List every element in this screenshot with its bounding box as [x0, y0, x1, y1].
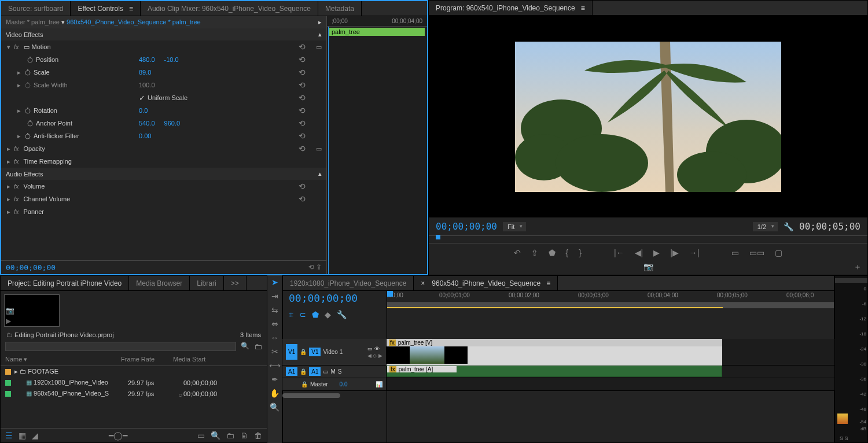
automate-icon[interactable]: ▭	[197, 431, 205, 440]
reset-icon[interactable]: ⟲	[299, 119, 306, 128]
find-icon[interactable]: 🔍	[211, 431, 220, 440]
panner-row[interactable]: ▸fx Panner	[1, 205, 326, 218]
linked-sel-icon[interactable]: ⊂	[299, 310, 306, 320]
reset-icon[interactable]: ⟲	[299, 55, 306, 64]
twirl-icon[interactable]: ▸	[6, 146, 12, 152]
tab-program[interactable]: Program: 960x540_iPhone_Video_Sequence≡	[429, 1, 593, 15]
track-v1[interactable]: V1 🔒 V1 Video 1 ▭ 👁 ◀ ◇ ▶ fxpalm_tree [V…	[282, 339, 834, 366]
ec-clip-bar[interactable]: palm_tree	[329, 28, 425, 36]
goto-out-icon[interactable]: →|	[689, 248, 700, 257]
selection-tool-icon[interactable]: ➤	[271, 278, 278, 287]
playhead-handle[interactable]	[387, 291, 393, 297]
reset-icon[interactable]: ⟲	[299, 93, 306, 102]
work-area-bar[interactable]	[387, 302, 834, 308]
settings-icon[interactable]: ▭	[316, 43, 322, 51]
twirl-icon[interactable]: ▸	[16, 133, 22, 139]
project-row-seq2[interactable]: ▦ 960x540_iPhone_Video_S 29.97 fps00;00;…	[1, 388, 267, 399]
reset-icon[interactable]: ⟲	[299, 42, 306, 51]
tab-effect-controls[interactable]: Effect Controls≡	[71, 1, 141, 16]
uniform-scale-row[interactable]: ✓Uniform Scale ⟲	[1, 91, 326, 104]
timeline-tab-540[interactable]: ×960x540_iPhone_Video_Sequence≡	[414, 276, 558, 290]
collapse-up-icon[interactable]: ▴	[318, 31, 322, 38]
target-a1[interactable]: A1	[309, 367, 321, 376]
camera-icon[interactable]: 📷	[643, 262, 653, 271]
stopwatch-icon[interactable]	[27, 120, 34, 127]
stopwatch-icon[interactable]	[24, 107, 31, 114]
zoom-tool-icon[interactable]: 🔍	[270, 403, 279, 412]
lock-icon[interactable]: 🔒	[301, 381, 308, 387]
clip-audio[interactable]: fxpalm_tree [A]	[387, 366, 722, 377]
zoom-dropdown[interactable]: Fit	[503, 222, 526, 231]
mark-out-icon[interactable]: }	[579, 248, 582, 257]
reset-icon[interactable]: ⟲	[299, 144, 306, 153]
export-icon[interactable]: ⇪	[316, 263, 322, 271]
track-select-tool-icon[interactable]: ⇥	[271, 291, 278, 301]
clip-video[interactable]: fxpalm_tree [V]	[387, 339, 722, 366]
project-columns[interactable]: Name ▾ Frame RateMedia Start	[1, 353, 267, 366]
add-marker-icon[interactable]: ⬟	[312, 310, 319, 320]
wrench-icon[interactable]: 🔧	[337, 310, 347, 320]
time-remap-row[interactable]: ▸fx Time Remapping	[1, 155, 326, 168]
lift-icon[interactable]: ▭	[731, 248, 739, 257]
label-swatch[interactable]	[5, 391, 11, 397]
project-row-footage[interactable]: ▸ 🗀 FOOTAGE	[1, 366, 267, 377]
timeline-timecode[interactable]: 00;00;00;00	[283, 291, 387, 308]
pen-tool-icon[interactable]: ✒	[271, 375, 278, 384]
extract-icon[interactable]: ▭▭	[749, 248, 764, 257]
tab-project[interactable]: Project: Editing Portrait iPhone Video	[1, 276, 129, 290]
tab-libraries[interactable]: Librari	[190, 276, 223, 290]
search-input[interactable]	[5, 342, 236, 351]
rate-tool-icon[interactable]: ↔	[271, 333, 279, 342]
rolling-tool-icon[interactable]: ⇔	[271, 319, 278, 328]
mute-icon[interactable]: ▭	[367, 346, 373, 352]
h-scroll[interactable]	[282, 393, 340, 398]
ec-timecode[interactable]: 00;00;00;00	[6, 263, 56, 272]
twirl-icon[interactable]: ▾	[6, 44, 12, 50]
lock-icon[interactable]: 🔒	[300, 349, 307, 355]
wrench-icon[interactable]: 🔧	[784, 222, 793, 231]
safe-margins-icon[interactable]: ▢	[775, 248, 782, 257]
mute-button[interactable]: M	[330, 368, 335, 375]
output-icon[interactable]: ▭	[323, 368, 328, 375]
slip-tool-icon[interactable]: ⟷	[269, 361, 281, 370]
source-patch-a1[interactable]: A1	[286, 367, 297, 376]
export-frame-icon[interactable]: ⇪	[531, 248, 538, 257]
anchor-row[interactable]: Anchor Point 540.0960.0 ⟲	[1, 117, 326, 130]
program-tc-in[interactable]: 00;00;00;00	[436, 221, 497, 232]
stopwatch-icon[interactable]	[24, 69, 31, 76]
program-scrubber[interactable]	[429, 235, 867, 243]
stopwatch-icon[interactable]	[24, 132, 31, 139]
lock-icon[interactable]: 🔒	[300, 368, 307, 375]
snap-icon[interactable]: ⌗	[289, 310, 293, 320]
rotation-row[interactable]: ▸ Rotation 0.0 ⟲	[1, 104, 326, 117]
timeline-ruler[interactable]: ;00;00 00;00;01;00 00;00;02;00 00;00;03;…	[387, 291, 834, 302]
zoom-slider-icon[interactable]: ━◯━	[109, 431, 127, 440]
source-patch-v1[interactable]: V1	[286, 344, 297, 360]
twirl-icon[interactable]: ▸	[16, 108, 22, 113]
master-level[interactable]: 0.0	[340, 381, 348, 387]
opacity-row[interactable]: ▸fx Opacity ⟲▭	[1, 142, 326, 155]
twirl-icon[interactable]: ▸	[14, 368, 18, 375]
stopwatch-icon[interactable]	[27, 56, 34, 63]
reset-icon[interactable]: ⟲	[299, 106, 306, 115]
tab-overflow[interactable]: >>	[224, 276, 247, 290]
playhead[interactable]	[328, 27, 329, 274]
position-row[interactable]: Position 480.0-10.0 ⟲	[1, 53, 326, 66]
checkbox-checked-icon[interactable]: ✓	[139, 94, 145, 102]
ec-ruler[interactable]: ;00;0000;00;04;00	[327, 16, 427, 27]
panel-menu-icon[interactable]: ≡	[129, 5, 133, 13]
reset-icon[interactable]: ⟲	[299, 68, 306, 77]
target-v1[interactable]: V1	[309, 348, 321, 356]
undo-icon[interactable]: ↶	[514, 248, 521, 257]
loop-icon[interactable]: ⟲	[308, 263, 314, 271]
sort-icon[interactable]: ▾	[24, 356, 27, 363]
tab-media-browser[interactable]: Media Browser	[129, 276, 190, 290]
step-fwd-icon[interactable]: |▶	[670, 248, 679, 257]
add-button-icon[interactable]: ＋	[854, 262, 862, 272]
tab-audio-mixer[interactable]: Audio Clip Mixer: 960x540_iPhone_Video_S…	[141, 1, 318, 16]
meter-icon[interactable]: 📊	[376, 381, 382, 387]
razor-tool-icon[interactable]: ✂	[271, 347, 278, 356]
twirl-icon[interactable]: ▸	[16, 69, 22, 75]
panel-menu-icon[interactable]: ≡	[546, 279, 550, 287]
mark-in-icon[interactable]: {	[566, 248, 569, 257]
